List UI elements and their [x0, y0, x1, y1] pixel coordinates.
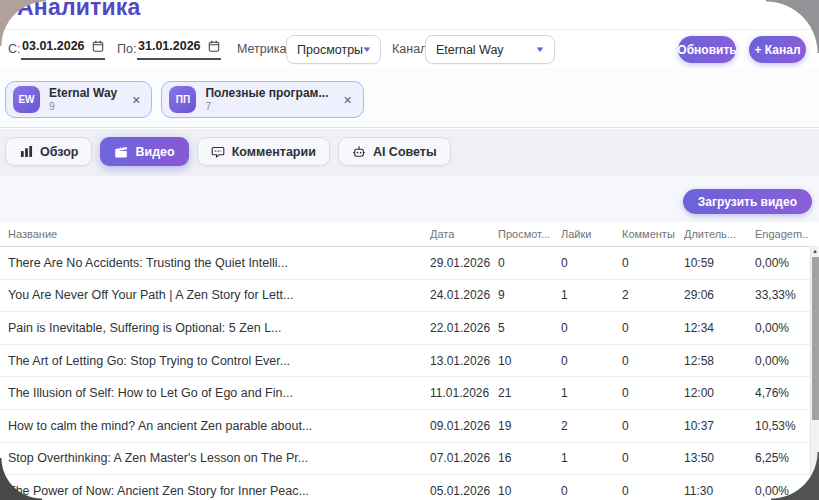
channel-avatar: EW [13, 86, 40, 113]
video-duration: 11:30 [684, 484, 755, 498]
tab-label: AI Советы [373, 145, 437, 159]
add-channel-button[interactable]: + Канал [749, 36, 806, 63]
date-to-value: 31.01.2026 [138, 39, 201, 53]
table-row[interactable]: Stop Overthinking: A Zen Master's Lesson… [0, 443, 819, 476]
tab[interactable]: Обзор [5, 137, 92, 166]
video-views: 10 [498, 354, 561, 368]
tab-label: Обзор [40, 145, 78, 159]
tabs-bar: Обзор Видео Комментарии AI Советы [0, 129, 819, 176]
video-date: 07.01.2026 [430, 451, 498, 465]
channel-chip[interactable]: EW Eternal Way 9 × [5, 81, 152, 118]
close-icon[interactable]: × [132, 93, 140, 107]
date-from-label: С: [8, 42, 21, 56]
video-likes: 2 [561, 419, 622, 433]
video-comments: 0 [622, 256, 684, 270]
video-duration: 29:06 [684, 288, 755, 302]
video-engagement: 0,00% [755, 321, 809, 335]
video-title: There Are No Accidents: Trusting the Qui… [8, 256, 430, 270]
video-title: Stop Overthinking: A Zen Master's Lesson… [8, 451, 430, 465]
video-likes: 1 [561, 386, 622, 400]
chevron-down-icon: ▼ [535, 45, 546, 54]
calendar-icon[interactable] [92, 40, 104, 52]
video-views: 9 [498, 288, 561, 302]
video-likes: 0 [561, 354, 622, 368]
date-to-input[interactable]: 31.01.2026 [137, 36, 221, 60]
video-date: 11.01.2026 [430, 386, 498, 400]
table-column-header[interactable]: Длитель... [684, 228, 755, 240]
table-header-row: Название Дата Просмот... Лайки Комменты … [0, 222, 819, 247]
table-row[interactable]: How to calm the mind? An ancient Zen par… [0, 410, 819, 443]
video-title: The Illusion of Self: How to Let Go of E… [8, 386, 430, 400]
speech-bubble-icon [211, 145, 225, 159]
video-engagement: 0,00% [755, 256, 809, 270]
video-views: 5 [498, 321, 561, 335]
videos-table: Название Дата Просмот... Лайки Комменты … [0, 222, 819, 500]
tab-label: Комментарии [232, 145, 316, 159]
video-date: 24.01.2026 [430, 288, 498, 302]
video-comments: 2 [622, 288, 684, 302]
bar-chart-icon [19, 145, 33, 159]
calendar-icon[interactable] [208, 40, 220, 52]
metric-select[interactable]: Просмотры ▼ [286, 35, 381, 64]
close-icon[interactable]: × [344, 93, 352, 107]
tab[interactable]: Комментарии [197, 137, 330, 166]
table-column-header[interactable]: Просмот... [498, 228, 561, 240]
page-title: Аналитика [17, 0, 141, 21]
video-comments: 0 [622, 321, 684, 335]
scroll-up-icon[interactable]: ▲ [811, 246, 819, 257]
video-views: 10 [498, 484, 561, 498]
video-views: 0 [498, 256, 561, 270]
tab[interactable]: AI Советы [338, 137, 451, 166]
video-likes: 1 [561, 451, 622, 465]
table-column-header[interactable]: Лайки [561, 228, 622, 240]
table-column-header[interactable]: Название [8, 228, 430, 240]
table-column-header[interactable]: Комменты [622, 228, 684, 240]
table-scrollbar[interactable]: ▲ [810, 246, 819, 500]
tab[interactable]: Видео [100, 137, 188, 166]
table-row[interactable]: Pain is Inevitable, Suffering is Optiona… [0, 312, 819, 345]
video-duration: 12:00 [684, 386, 755, 400]
table-column-header[interactable]: Дата [430, 228, 498, 240]
refresh-button[interactable]: Обновить [678, 36, 736, 63]
table-row[interactable]: The Power of Now: Ancient Zen Story for … [0, 475, 819, 500]
video-views: 21 [498, 386, 561, 400]
chevron-down-icon: ▼ [362, 45, 373, 54]
video-duration: 12:34 [684, 321, 755, 335]
date-from-input[interactable]: 03.01.2026 [21, 36, 105, 60]
table-row[interactable]: There Are No Accidents: Trusting the Qui… [0, 247, 819, 280]
video-engagement: 0,00% [755, 484, 809, 498]
video-comments: 0 [622, 354, 684, 368]
channel-avatar: ПП [169, 86, 196, 113]
video-views: 19 [498, 419, 561, 433]
channel-chip-count: 9 [49, 100, 117, 112]
video-duration: 13:50 [684, 451, 755, 465]
video-comments: 0 [622, 451, 684, 465]
video-date: 09.01.2026 [430, 419, 498, 433]
video-engagement: 0,00% [755, 354, 809, 368]
channel-chip-name: Полезные програм... [205, 87, 328, 101]
table-row[interactable]: The Illusion of Self: How to Let Go of E… [0, 377, 819, 410]
upload-video-button[interactable]: Загрузить видео [683, 189, 812, 214]
video-engagement: 10,53% [755, 419, 809, 433]
channel-chip-name: Eternal Way [49, 87, 117, 101]
channel-chips: EW Eternal Way 9 × ПП Полезные програм..… [0, 68, 819, 128]
channel-select[interactable]: Eternal Way ▼ [425, 35, 555, 64]
date-from-value: 03.01.2026 [22, 39, 85, 53]
table-row[interactable]: The Art of Letting Go: Stop Trying to Co… [0, 345, 819, 378]
channel-selected-value: Eternal Way [436, 43, 504, 57]
metric-label: Метрика: [237, 42, 290, 56]
video-duration: 12:58 [684, 354, 755, 368]
table-row[interactable]: You Are Never Off Your Path | A Zen Stor… [0, 280, 819, 313]
scrollbar-thumb[interactable] [812, 257, 819, 420]
tab-label: Видео [135, 145, 174, 159]
video-date: 29.01.2026 [430, 256, 498, 270]
table-column-header[interactable]: Engagem... [755, 228, 809, 240]
channel-chip[interactable]: ПП Полезные програм... 7 × [161, 81, 363, 118]
video-date: 13.01.2026 [430, 354, 498, 368]
videos-content: Загрузить видео Название Дата Просмот...… [0, 176, 819, 500]
metric-selected-value: Просмотры [297, 43, 363, 57]
robot-icon [352, 145, 366, 159]
film-icon [114, 145, 128, 159]
date-to-label: По: [117, 42, 136, 56]
video-engagement: 33,33% [755, 288, 809, 302]
